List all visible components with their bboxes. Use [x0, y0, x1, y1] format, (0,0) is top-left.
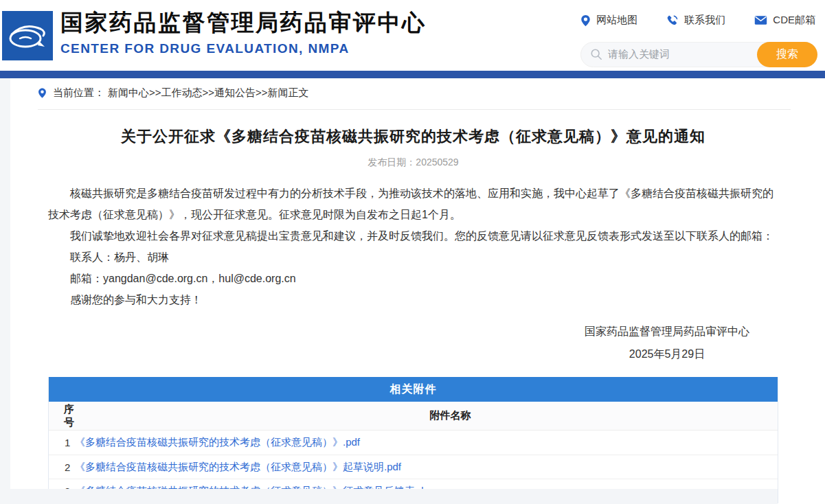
publish-date-value: 20250529	[416, 157, 458, 168]
search-bar: 搜索	[580, 42, 817, 67]
page-left-strip	[0, 78, 10, 504]
page-bottom-strip	[10, 489, 778, 504]
org-title-block: 国家药品监督管理局药品审评中心 CENTER FOR DRUG EVALUATI…	[60, 9, 427, 56]
paragraph-contact: 联系人：杨丹、胡琳	[48, 247, 778, 268]
attachments-table: 相关附件 序号 附件名称 1 《多糖结合疫苗核磁共振研究的技术考虑（征求意见稿）…	[48, 377, 778, 503]
breadcrumb-path[interactable]: 新闻中心>>工作动态>>通知公告>>新闻正文	[108, 87, 309, 100]
breadcrumb: 当前位置： 新闻中心>>工作动态>>通知公告>>新闻正文	[38, 87, 791, 110]
row-index: 1	[49, 437, 75, 448]
quick-links: 网站地图 联系我们 CDE邮箱	[580, 14, 815, 27]
phone-icon	[666, 14, 679, 27]
contact-us-link-label: 联系我们	[684, 14, 725, 27]
search-input[interactable]	[608, 43, 745, 65]
page: 国家药品监督管理局药品审评中心 CENTER FOR DRUG EVALUATI…	[0, 0, 825, 504]
cde-logo-icon	[6, 18, 49, 54]
breadcrumb-location-label: 当前位置：	[53, 87, 104, 100]
table-row: 1 《多糖结合疫苗核磁共振研究的技术考虑（征求意见稿）》.pdf	[49, 431, 778, 455]
paragraph-email: 邮箱：yangdan@cde.org.cn，hul@cde.org.cn	[48, 268, 778, 289]
site-header: 国家药品监督管理局药品审评中心 CENTER FOR DRUG EVALUATI…	[0, 0, 825, 71]
cde-mail-link[interactable]: CDE邮箱	[754, 14, 815, 27]
signature-org: 国家药品监督管理局药品审评中心	[585, 320, 749, 343]
publish-date: 发布日期：20250529	[48, 157, 778, 169]
publish-date-label: 发布日期：	[368, 157, 416, 168]
attachments-title: 相关附件	[49, 377, 778, 402]
org-title: 国家药品监督管理局药品审评中心	[60, 9, 427, 36]
row-index: 2	[49, 461, 75, 473]
sitemap-link-label: 网站地图	[596, 14, 637, 27]
article-title: 关于公开征求《多糖结合疫苗核磁共振研究的技术考虑（征求意见稿）》意见的通知	[48, 126, 778, 147]
org-subtitle: CENTER FOR DRUG EVALUATION, NMPA	[60, 41, 427, 56]
search-icon	[590, 48, 602, 60]
mail-icon	[754, 15, 767, 25]
cde-mail-link-label: CDE邮箱	[773, 14, 815, 27]
article: 关于公开征求《多糖结合疫苗核磁共振研究的技术考虑（征求意见稿）》意见的通知 发布…	[48, 126, 778, 365]
column-header-index: 序号	[49, 403, 75, 429]
table-row: 2 《多糖结合疫苗核磁共振研究的技术考虑（征求意见稿）》起草说明.pdf	[49, 455, 778, 479]
map-pin-icon	[580, 14, 591, 27]
signature-block: 国家药品监督管理局药品审评中心 2025年5月29日	[48, 320, 778, 365]
cde-logo[interactable]	[2, 11, 53, 60]
contact-us-link[interactable]: 联系我们	[666, 14, 725, 27]
paragraph-thanks: 感谢您的参与和大力支持！	[48, 289, 778, 310]
breadcrumb-pin-icon	[38, 87, 47, 99]
top-divider-bar	[0, 71, 825, 78]
paragraph: 核磁共振研究是多糖结合疫苗研发过程中有力的分析技术手段，为推动该技术的落地、应用…	[48, 183, 778, 225]
signature-date: 2025年5月29日	[585, 343, 749, 365]
column-header-name: 附件名称	[75, 409, 778, 422]
attachment-link[interactable]: 《多糖结合疫苗核磁共振研究的技术考虑（征求意见稿）》起草说明.pdf	[75, 461, 401, 474]
article-body: 核磁共振研究是多糖结合疫苗研发过程中有力的分析技术手段，为推动该技术的落地、应用…	[48, 183, 778, 310]
search-button[interactable]: 搜索	[757, 42, 817, 67]
attachments-header-row: 序号 附件名称	[49, 402, 778, 431]
attachment-link[interactable]: 《多糖结合疫苗核磁共振研究的技术考虑（征求意见稿）》.pdf	[75, 436, 360, 449]
sitemap-link[interactable]: 网站地图	[580, 14, 637, 27]
paragraph: 我们诚挚地欢迎社会各界对征求意见稿提出宝贵意见和建议，并及时反馈我们。您的反馈意…	[48, 225, 778, 247]
